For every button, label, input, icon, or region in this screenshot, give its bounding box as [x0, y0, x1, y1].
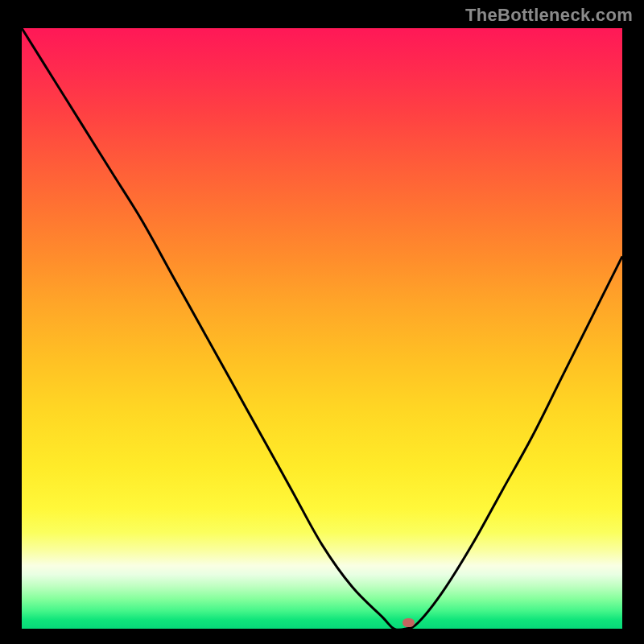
frame: TheBottleneck.com: [0, 0, 644, 644]
watermark-text: TheBottleneck.com: [465, 5, 633, 26]
bottleneck-curve: [22, 28, 622, 629]
plot-area: [22, 28, 622, 629]
optimal-marker: [402, 618, 415, 627]
